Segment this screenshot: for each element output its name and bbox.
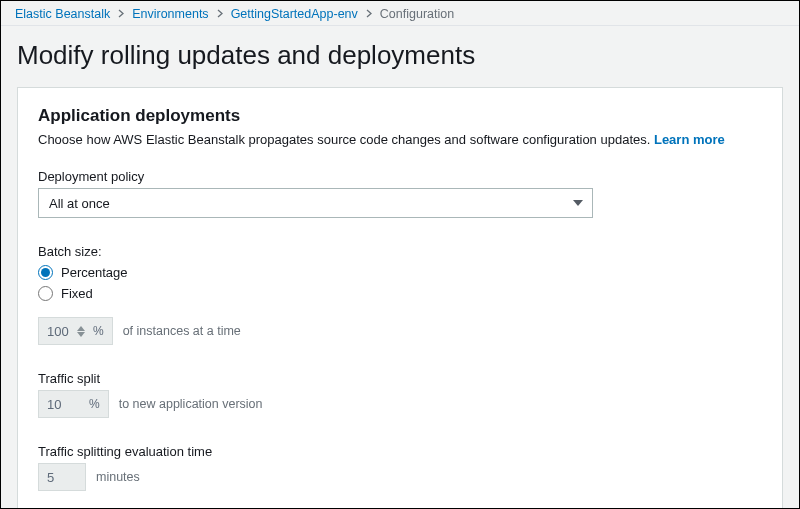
batch-size-radio-percentage[interactable]: Percentage [38, 265, 762, 280]
chevron-right-icon [118, 8, 124, 20]
deployment-policy-select[interactable]: All at once [38, 188, 593, 218]
deployment-policy-value: All at once [49, 196, 110, 211]
stepper-buttons[interactable] [73, 326, 89, 337]
traffic-split-label: Traffic split [38, 371, 762, 386]
batch-size-unit: % [89, 324, 112, 338]
breadcrumb-item-elastic-beanstalk[interactable]: Elastic Beanstalk [15, 7, 110, 21]
batch-size-radio-group: Percentage Fixed [38, 265, 762, 301]
traffic-split-input-group: % [38, 390, 109, 418]
evaluation-time-input[interactable] [39, 464, 85, 490]
learn-more-link[interactable]: Learn more [654, 132, 725, 147]
page-title: Modify rolling updates and deployments [17, 40, 783, 71]
traffic-split-suffix: to new application version [119, 397, 263, 411]
panel-description: Choose how AWS Elastic Beanstalk propaga… [38, 132, 762, 147]
batch-size-input-group: % [38, 317, 113, 345]
chevron-right-icon [217, 8, 223, 20]
application-deployments-panel: Application deployments Choose how AWS E… [17, 87, 783, 509]
evaluation-time-input-group [38, 463, 86, 491]
breadcrumb-item-environment-name[interactable]: GettingStartedApp-env [231, 7, 358, 21]
panel-heading: Application deployments [38, 106, 762, 126]
batch-size-suffix: of instances at a time [123, 324, 241, 338]
chevron-right-icon [366, 8, 372, 20]
breadcrumb-item-environments[interactable]: Environments [132, 7, 208, 21]
breadcrumb: Elastic Beanstalk Environments GettingSt… [1, 1, 799, 26]
batch-size-radio-percentage-label: Percentage [61, 265, 128, 280]
batch-size-radio-fixed[interactable]: Fixed [38, 286, 762, 301]
batch-size-radio-fixed-label: Fixed [61, 286, 93, 301]
evaluation-time-suffix: minutes [96, 470, 140, 484]
batch-size-radio-percentage-input[interactable] [38, 265, 53, 280]
deployment-policy-label: Deployment policy [38, 169, 762, 184]
panel-description-text: Choose how AWS Elastic Beanstalk propaga… [38, 132, 654, 147]
batch-size-label: Batch size: [38, 244, 762, 259]
batch-size-input[interactable] [39, 318, 73, 344]
traffic-split-unit: % [85, 397, 108, 411]
evaluation-time-label: Traffic splitting evaluation time [38, 444, 762, 459]
traffic-split-input[interactable] [39, 391, 85, 417]
batch-size-radio-fixed-input[interactable] [38, 286, 53, 301]
breadcrumb-current: Configuration [380, 7, 454, 21]
